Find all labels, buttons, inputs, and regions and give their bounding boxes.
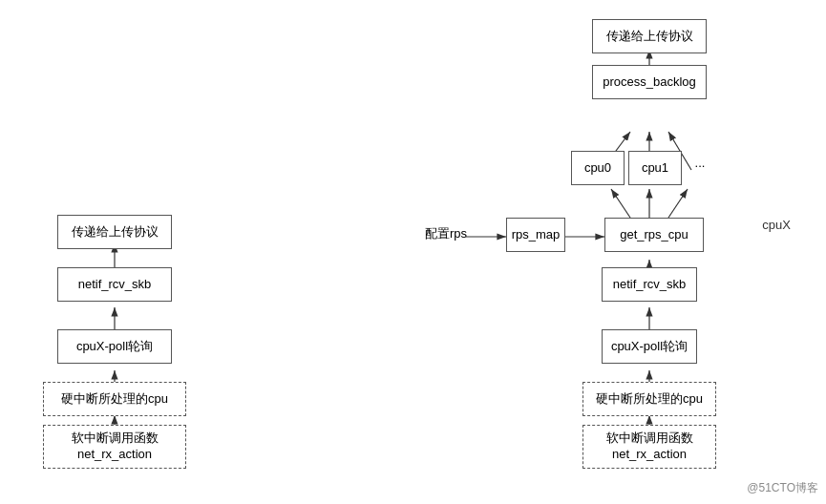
right-protocol-label: 传递给上传协议	[606, 29, 693, 45]
config-rps-label: 配置rps	[420, 225, 472, 242]
left-hard-irq-box: 硬中断所处理的cpu	[43, 382, 186, 416]
cpu1-box: cpu1	[628, 151, 682, 185]
left-netif-label: netif_rcv_skb	[78, 277, 152, 293]
process-backlog-label: process_backlog	[603, 74, 696, 91]
svg-line-11	[611, 189, 630, 218]
left-soft-irq-box: 软中断调用函数 net_rx_action	[43, 425, 186, 469]
left-soft-irq-label1: 软中断调用函数	[72, 430, 159, 447]
get-rps-cpu-label: get_rps_cpu	[620, 227, 688, 243]
process-backlog-box: process_backlog	[592, 65, 707, 99]
left-netif-box: netif_rcv_skb	[57, 267, 172, 302]
left-protocol-label: 传递给上传协议	[72, 224, 159, 241]
right-netif-label: netif_rcv_skb	[613, 277, 687, 293]
right-soft-irq-label1: 软中断调用函数	[606, 430, 693, 447]
cpuX-text: cpuX	[752, 218, 800, 232]
rps-map-box: rps_map	[506, 218, 565, 252]
right-netif-box: netif_rcv_skb	[602, 267, 697, 302]
rps-map-label: rps_map	[512, 227, 561, 243]
left-poll-label: cpuX-poll轮询	[76, 339, 153, 355]
cpu0-box: cpu0	[571, 151, 625, 185]
right-poll-label: cpuX-poll轮询	[611, 339, 688, 355]
right-protocol-box: 传递给上传协议	[592, 19, 707, 53]
left-protocol-box: 传递给上传协议	[57, 215, 172, 249]
diagram-canvas: 传递给上传协议 netif_rcv_skb cpuX-poll轮询 硬中断所处理…	[0, 0, 826, 504]
cpu1-label: cpu1	[642, 160, 668, 177]
svg-line-13	[668, 189, 688, 218]
right-soft-irq-label2: net_rx_action	[612, 447, 687, 463]
get-rps-cpu-box: get_rps_cpu	[604, 218, 704, 252]
right-soft-irq-box: 软中断调用函数 net_rx_action	[582, 425, 716, 469]
right-poll-box: cpuX-poll轮询	[602, 329, 697, 364]
cpu0-label: cpu0	[584, 160, 611, 177]
right-hard-irq-label: 硬中断所处理的cpu	[596, 391, 703, 408]
watermark: @51CTO博客	[747, 480, 818, 496]
left-poll-box: cpuX-poll轮询	[57, 329, 172, 364]
left-soft-irq-label2: net_rx_action	[77, 447, 152, 463]
left-hard-irq-label: 硬中断所处理的cpu	[61, 391, 168, 408]
right-hard-irq-box: 硬中断所处理的cpu	[582, 382, 716, 416]
ellipsis-text: ...	[686, 156, 714, 170]
